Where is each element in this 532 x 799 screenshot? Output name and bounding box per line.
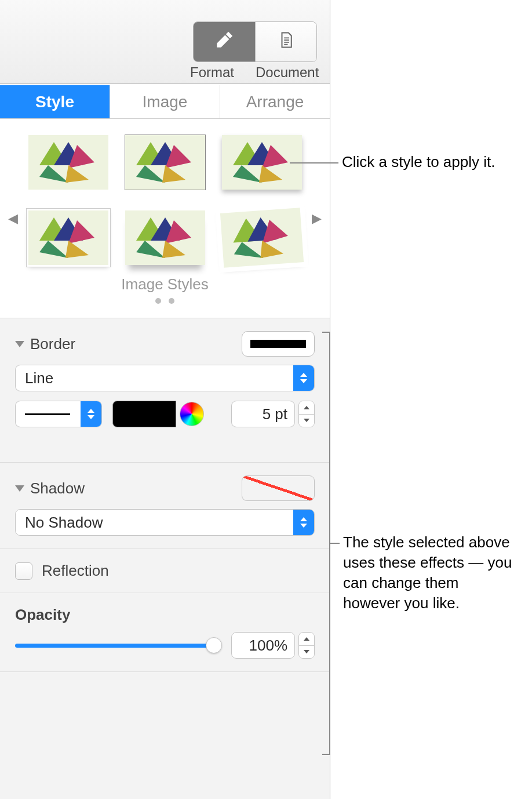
svg-marker-29: [259, 239, 283, 259]
svg-marker-4: [65, 165, 89, 183]
border-type-value: Line: [16, 369, 293, 387]
border-size-stepper[interactable]: [298, 401, 315, 427]
svg-marker-14: [259, 165, 282, 183]
stepper-down[interactable]: [299, 645, 314, 659]
color-wheel-icon[interactable]: [180, 402, 204, 426]
opacity-section: Opacity: [0, 593, 330, 672]
svg-marker-8: [136, 165, 165, 183]
tab-arrange[interactable]: Arrange: [220, 85, 330, 118]
format-button[interactable]: [194, 22, 255, 61]
image-styles-area: ◀ ▶ Image Styles: [0, 119, 330, 318]
style-thumb-1[interactable]: [28, 135, 108, 190]
chevron-down-icon[interactable]: [15, 341, 24, 347]
annotation-style-click: Click a style to apply it.: [342, 152, 495, 172]
styles-prev-arrow[interactable]: ◀: [8, 211, 18, 226]
svg-marker-28: [233, 241, 263, 260]
annotation-leader-2: [330, 543, 340, 544]
tab-style[interactable]: Style: [0, 85, 110, 118]
annotation-leader-1: [290, 162, 338, 164]
shadow-title: Shadow: [30, 480, 85, 497]
opacity-stepper[interactable]: [298, 632, 315, 659]
style-thumb-2[interactable]: [125, 135, 205, 190]
image-styles-caption: Image Styles: [27, 275, 303, 293]
popup-arrows-icon: [293, 510, 314, 535]
styles-page-dots[interactable]: [27, 296, 303, 306]
border-section: Border Line: [0, 318, 330, 463]
shadow-type-popup[interactable]: No Shadow: [15, 509, 315, 536]
svg-marker-13: [233, 165, 262, 183]
opacity-title: Opacity: [15, 606, 70, 623]
border-linestyle-popup[interactable]: [15, 401, 102, 427]
svg-marker-24: [162, 241, 185, 258]
border-size-input[interactable]: [231, 401, 295, 427]
svg-marker-9: [162, 165, 185, 183]
inspector-mode-segment: [193, 21, 317, 62]
chevron-down-icon[interactable]: [15, 485, 24, 492]
styles-next-arrow[interactable]: ▶: [312, 211, 322, 226]
opacity-slider[interactable]: [15, 637, 221, 653]
annotation-bracket-top: [322, 332, 330, 333]
window-toolbar: Format Document: [0, 0, 330, 85]
style-thumb-6[interactable]: [220, 208, 303, 267]
format-label: Format: [181, 64, 243, 81]
stepper-up[interactable]: [299, 401, 314, 414]
paintbrush-icon: [214, 30, 234, 54]
reflection-section: Reflection: [0, 549, 330, 593]
annotation-bracket-bottom: [322, 754, 330, 755]
style-sections: Border Line: [0, 318, 330, 799]
annotations-area: Click a style to apply it. The style sel…: [330, 0, 532, 799]
svg-marker-19: [65, 241, 89, 258]
stepper-down[interactable]: [299, 414, 314, 427]
border-color-swatch[interactable]: [112, 401, 176, 427]
stepper-up[interactable]: [299, 633, 314, 645]
opacity-input[interactable]: [231, 632, 295, 659]
style-thumb-5[interactable]: [125, 210, 205, 265]
popup-arrows-icon: [293, 365, 314, 391]
page-dot-2[interactable]: [169, 298, 174, 304]
page-dot-1[interactable]: [155, 298, 161, 304]
shadow-section: Shadow No Shadow: [0, 463, 330, 549]
format-inspector-panel: Format Document Style Image Arrange ◀ ▶ …: [0, 0, 330, 799]
svg-marker-23: [136, 241, 165, 258]
reflection-title: Reflection: [42, 562, 109, 580]
border-title: Border: [30, 335, 75, 353]
slider-knob[interactable]: [206, 637, 222, 653]
inspector-subtabs: Style Image Arrange: [0, 85, 330, 119]
style-thumb-4[interactable]: [28, 210, 108, 265]
annotation-effects: The style selected above uses these effe…: [343, 532, 517, 613]
document-label: Document: [256, 64, 317, 81]
document-button[interactable]: [255, 22, 316, 61]
svg-marker-3: [39, 165, 68, 183]
popup-arrows-icon: [81, 401, 101, 427]
border-type-popup[interactable]: Line: [15, 365, 315, 391]
svg-marker-18: [39, 241, 68, 258]
document-icon: [278, 30, 295, 54]
shadow-type-value: No Shadow: [16, 514, 293, 532]
shadow-preset-swatch[interactable]: [242, 475, 315, 501]
line-sample-icon: [25, 413, 70, 415]
border-preset-swatch[interactable]: [242, 331, 315, 357]
reflection-checkbox[interactable]: [15, 562, 32, 580]
tab-image[interactable]: Image: [110, 85, 220, 118]
